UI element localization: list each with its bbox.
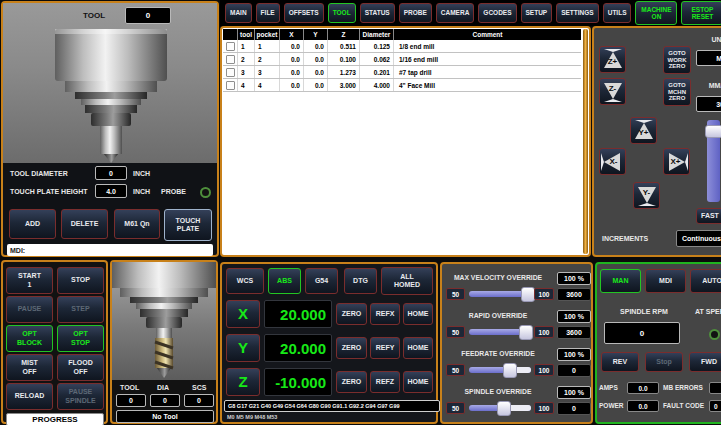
jog-z-minus-button[interactable]: Z- [599,78,626,105]
pause-spindle-button[interactable]: PAUSE SPINDLE [57,383,104,410]
start-button[interactable]: START 1 [6,267,53,294]
tool-diameter-input[interactable]: 0 [95,166,127,180]
header-x: X [279,29,303,40]
step-button[interactable]: STEP [57,296,104,323]
menu-tab-camera[interactable]: CAMERA [436,3,475,23]
menu-tab-gcodes[interactable]: GCODES [478,3,516,23]
menu-tab-main[interactable]: MAIN [225,3,252,23]
reload-button[interactable]: RELOAD [6,383,53,410]
jog-x-plus-button[interactable]: X+ [663,148,690,175]
feedrate-slider[interactable] [469,367,531,373]
jog-y-plus-button[interactable]: Y+ [630,117,657,144]
home-z-button[interactable]: HOME [403,371,433,393]
optional-block-button[interactable]: OPT BLOCK [6,325,53,352]
tool-status: No Tool [116,410,214,423]
ref-z-button[interactable]: REFZ [370,371,400,393]
axis-z-dro: -10.000 [264,368,332,396]
jog-y-minus-button[interactable]: Y- [633,182,660,209]
header-comment: Comment [393,29,581,40]
menu-tab-tool[interactable]: TOOL [328,3,356,23]
jog-rate-slider[interactable] [707,120,720,202]
ref-x-button[interactable]: REFX [370,303,400,325]
goto-machine-zero-button[interactable]: GOTO MCHN ZERO [663,78,691,106]
row-checkbox[interactable] [226,68,235,77]
mdi-input[interactable]: MDI: [7,244,213,256]
table-row[interactable]: 1 1 0.0 0.0 0.511 0.125 1/8 end mill [223,40,581,53]
menu-tab-file[interactable]: FILE [256,3,280,23]
mode-auto-button[interactable]: AUTO [690,269,721,293]
zero-y-button[interactable]: ZERO [336,337,367,359]
spindle-fwd-button[interactable]: FWD [689,352,721,372]
fast-slow-button[interactable]: FAST [696,208,721,224]
mode-mdi-button[interactable]: MDI [645,269,686,293]
slider-handle[interactable] [521,287,535,302]
spindle-override-label: SPINDLE OVERRIDE [442,388,554,395]
max-velocity-percent: 100 % [557,272,591,285]
jog-rate-value: 300 [696,96,721,112]
row-checkbox[interactable] [226,81,235,90]
jog-x-plus-label: X+ [670,157,680,166]
optional-stop-button[interactable]: OPT STOP [57,325,104,352]
spindle-stop-button[interactable]: Stop [645,352,683,372]
slider-handle[interactable] [705,125,721,138]
add-tool-button[interactable]: ADD [9,209,56,239]
increments-combobox[interactable]: Continuous [676,230,721,247]
axis-y-letter: Y [226,334,260,362]
mb-errors-value [709,382,721,394]
jog-z-plus-label: Z+ [608,57,618,66]
table-row[interactable]: 4 4 0.0 0.0 3.000 4.000 4" Face Mill [223,79,581,92]
dtg-button[interactable]: DTG [344,268,377,294]
table-row[interactable]: 2 2 0.0 0.0 0.100 0.062 1/16 end mill [223,53,581,66]
touch-plate-height-input[interactable]: 4.0 [95,184,127,198]
zero-z-button[interactable]: ZERO [336,371,367,393]
estop-reset-button[interactable]: ESTOP RESET [681,1,721,25]
all-homed-button[interactable]: ALL HOMED [381,267,433,295]
rapid-slider[interactable] [469,329,531,335]
slider-handle[interactable] [503,363,517,378]
flood-button[interactable]: FLOOD OFF [57,354,104,381]
menu-tab-utils[interactable]: UTILS [603,3,632,23]
row-checkbox[interactable] [226,42,235,51]
slider-handle[interactable] [497,401,511,416]
m61-button[interactable]: M61 Qn [114,209,160,239]
menu-tab-probe[interactable]: PROBE [399,3,432,23]
menu-tab-status[interactable]: STATUS [360,3,395,23]
amps-label: AMPS [599,384,618,391]
touch-plate-height-label: TOUCH PLATE HEIGHT [10,188,88,195]
menu-tab-settings[interactable]: SETTINGS [556,3,599,23]
stop-button[interactable]: STOP [57,267,104,294]
touch-plate-unit: INCH [133,188,150,195]
slider-max-label: 100 [534,364,554,376]
units-combobox[interactable]: MM [696,50,721,66]
goto-work-zero-button[interactable]: GOTO WORK ZERO [663,46,691,74]
machine-on-button[interactable]: MACHINE ON [635,1,677,25]
delete-tool-button[interactable]: DELETE [61,209,108,239]
max-velocity-slider[interactable] [469,291,531,297]
spindle-slider[interactable] [469,405,531,411]
tool-diameter-unit: INCH [133,170,150,177]
touch-plate-button[interactable]: TOUCH PLATE [164,209,212,241]
home-x-button[interactable]: HOME [403,303,433,325]
home-y-button[interactable]: HOME [403,337,433,359]
g54-button[interactable]: G54 [305,268,338,294]
slider-handle[interactable] [519,325,533,340]
axis-z-letter: Z [226,368,260,396]
zero-x-button[interactable]: ZERO [336,303,367,325]
mode-manual-button[interactable]: MAN [600,269,641,293]
menu-tab-offsets[interactable]: OFFSETS [284,3,324,23]
ref-y-button[interactable]: REFY [370,337,400,359]
menu-tab-setup[interactable]: SETUP [521,3,553,23]
wcs-button[interactable]: WCS [226,268,264,294]
tool-label: TOOL [120,384,139,391]
jog-z-plus-button[interactable]: Z+ [599,46,626,73]
mist-button[interactable]: MIST OFF [6,354,53,381]
pause-button[interactable]: PAUSE [6,296,53,323]
jog-x-minus-button[interactable]: X- [599,148,626,175]
table-scrollbar[interactable] [583,29,588,254]
table-row[interactable]: 3 3 0.0 0.0 1.273 0.201 #7 tap drill [223,66,581,79]
rapid-percent: 100 % [557,310,591,323]
menu-bar: MAIN FILE OFFSETS TOOL STATUS PROBE CAME… [220,0,721,26]
row-checkbox[interactable] [226,55,235,64]
spindle-rev-button[interactable]: REV [601,352,639,372]
abs-button[interactable]: ABS [268,268,301,294]
